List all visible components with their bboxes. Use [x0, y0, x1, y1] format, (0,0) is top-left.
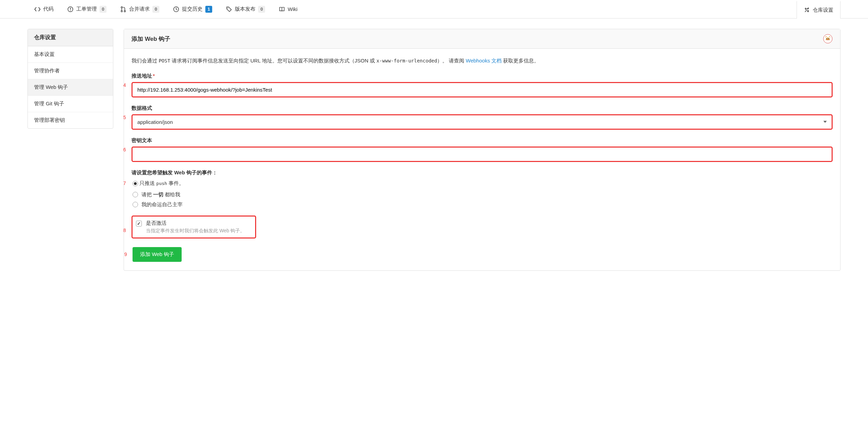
content-type-value: application/json: [137, 119, 173, 125]
svg-point-10: [829, 38, 829, 39]
tools-icon: [804, 7, 810, 13]
svg-point-2: [70, 10, 71, 11]
gogs-logo-icon: [823, 34, 833, 44]
issue-icon: [67, 6, 73, 12]
nav-badge: 0: [258, 6, 265, 13]
tag-icon: [226, 6, 232, 12]
svg-point-7: [228, 8, 228, 8]
nav-badge: 0: [152, 6, 159, 13]
nav-label: 仓库设置: [813, 7, 833, 13]
annotation-7: 7: [123, 181, 126, 186]
svg-point-3: [121, 7, 122, 8]
chevron-down-icon: [823, 121, 827, 123]
nav-label: 提交历史: [182, 6, 203, 12]
content-type-select[interactable]: application/json: [132, 114, 833, 130]
radio-icon: [133, 181, 138, 186]
nav-history[interactable]: 提交历史 1: [166, 0, 219, 18]
active-checkbox-row[interactable]: 是否激活 当指定事件发生时我们将会触发此 Web 钩子。: [136, 220, 245, 234]
annotation-9: 9: [124, 252, 127, 257]
payload-url-input[interactable]: [132, 82, 833, 97]
svg-point-9: [826, 38, 827, 39]
book-icon: [279, 6, 285, 12]
annotation-8: 8: [123, 228, 126, 233]
event-radio-all[interactable]: 请把 一切 都给我: [132, 191, 833, 198]
sidebar-item-deploykeys[interactable]: 管理部署密钥: [28, 112, 113, 128]
payload-url-label: 推送地址*: [132, 73, 833, 79]
annotation-5: 5: [123, 115, 126, 120]
nav-pr[interactable]: 合并请求 0: [113, 0, 166, 18]
nav-releases[interactable]: 版本发布 0: [219, 0, 272, 18]
event-radio-custom[interactable]: 我的命运自己主宰: [132, 201, 833, 208]
nav-code[interactable]: 代码: [27, 0, 60, 18]
active-sublabel: 当指定事件发生时我们将会触发此 Web 钩子。: [146, 228, 245, 234]
secret-input[interactable]: [132, 147, 833, 162]
main-header: 添加 Web 钩子: [124, 29, 840, 49]
page-title: 添加 Web 钩子: [132, 35, 170, 43]
nav-issues[interactable]: 工单管理 0: [60, 0, 113, 18]
svg-rect-11: [827, 39, 829, 40]
nav-badge: 0: [100, 6, 106, 13]
history-icon: [173, 6, 179, 12]
sidebar-header: 仓库设置: [28, 29, 113, 46]
pr-icon: [120, 6, 126, 12]
nav-badge: 1: [205, 6, 212, 13]
radio-icon: [133, 202, 138, 207]
checkbox-icon: [136, 221, 142, 226]
nav-label: Wiki: [288, 6, 297, 12]
sidebar-item-webhooks[interactable]: 管理 Web 钩子: [28, 79, 113, 96]
sidebar: 仓库设置 基本设置 管理协作者 管理 Web 钩子 管理 Git 钩子 管理部署…: [27, 29, 113, 129]
nav-label: 合并请求: [129, 6, 150, 12]
nav-label: 代码: [43, 6, 54, 12]
sidebar-item-githooks[interactable]: 管理 Git 钩子: [28, 96, 113, 112]
nav-wiki[interactable]: Wiki: [272, 0, 304, 18]
nav-settings[interactable]: 仓库设置: [797, 0, 841, 19]
intro-text: 我们会通过 POST 请求将订阅事件信息发送至向指定 URL 地址。您可以设置不…: [132, 56, 833, 65]
main-panel: 添加 Web 钩子 我们会通过 POST 请求将订阅事件信息发送至向指定 URL…: [124, 29, 841, 271]
code-icon: [34, 6, 41, 12]
content-type-label: 数据格式: [132, 105, 833, 112]
svg-point-4: [121, 10, 122, 12]
annotation-6: 6: [123, 147, 126, 152]
sidebar-item-basic[interactable]: 基本设置: [28, 46, 113, 63]
top-nav: 代码 工单管理 0 合并请求 0 提交历史 1 版本发布 0 Wiki 仓库设置: [0, 0, 868, 19]
submit-button[interactable]: 添加 Web 钩子: [133, 247, 182, 262]
secret-label: 密钥文本: [132, 137, 833, 144]
radio-icon: [133, 192, 138, 197]
event-radio-push[interactable]: 只推送 push 事件。: [133, 180, 184, 187]
svg-point-5: [124, 10, 125, 12]
nav-label: 版本发布: [235, 6, 255, 12]
nav-label: 工单管理: [76, 6, 97, 12]
sidebar-item-collab[interactable]: 管理协作者: [28, 63, 113, 79]
active-label: 是否激活: [146, 220, 245, 226]
annotation-4: 4: [123, 82, 126, 88]
webhooks-doc-link[interactable]: Webhooks 文档: [466, 58, 502, 63]
events-label: 请设置您希望触发 Web 钩子的事件：: [132, 170, 833, 176]
